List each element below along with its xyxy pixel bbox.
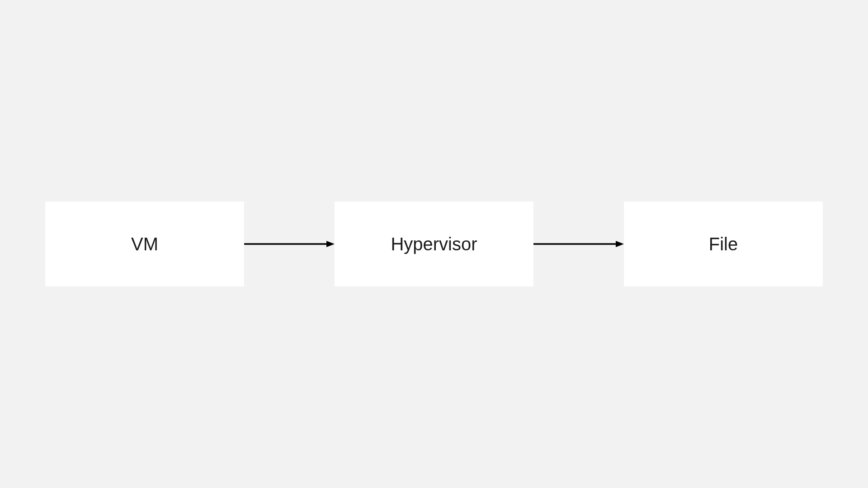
svg-marker-1 — [326, 241, 335, 247]
node-file: File — [624, 202, 823, 286]
arrow-icon — [533, 235, 624, 253]
node-label: Hypervisor — [391, 234, 477, 254]
svg-marker-3 — [616, 241, 624, 247]
node-label: File — [709, 234, 738, 254]
flow-diagram: VM Hypervisor File — [45, 202, 823, 286]
node-label: VM — [131, 234, 158, 254]
node-hypervisor: Hypervisor — [335, 202, 533, 286]
arrow-icon — [244, 235, 335, 253]
node-vm: VM — [45, 202, 244, 286]
